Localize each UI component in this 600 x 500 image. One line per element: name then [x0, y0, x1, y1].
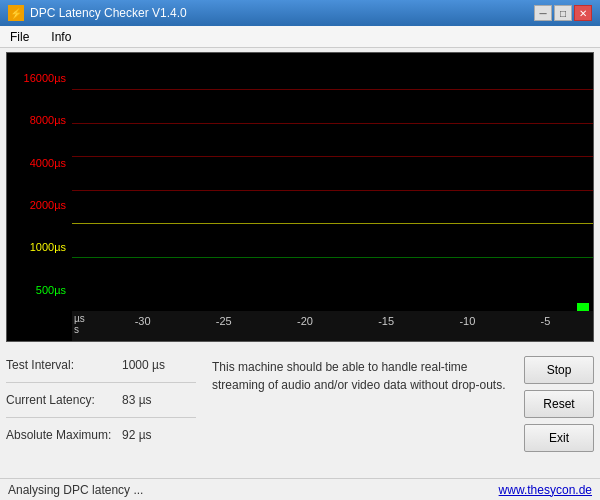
x-axis-unit: µs s	[74, 313, 85, 335]
status-link[interactable]: www.thesycon.de	[499, 483, 592, 497]
y-axis-labels: 16000µs 8000µs 4000µs 2000µs 1000µs 500µ…	[7, 53, 72, 341]
stats-panel: Test Interval: 1000 µs Current Latency: …	[6, 350, 196, 472]
buttons-panel: Stop Reset Exit	[524, 350, 594, 472]
menu-bar: File Info	[0, 26, 600, 48]
grid-line-2	[72, 123, 593, 124]
y-label-1000: 1000µs	[9, 241, 70, 253]
exit-button[interactable]: Exit	[524, 424, 594, 452]
menu-file[interactable]: File	[4, 28, 35, 46]
x-label-minus5: -5	[541, 315, 551, 327]
divider-1	[6, 382, 196, 383]
absolute-maximum-label: Absolute Maximum:	[6, 428, 116, 442]
message-panel: This machine should be able to handle re…	[204, 350, 516, 472]
chart-container: 16000µs 8000µs 4000µs 2000µs 1000µs 500µ…	[6, 52, 594, 342]
x-time-label: s	[74, 324, 85, 335]
title-controls[interactable]: ─ □ ✕	[534, 5, 592, 21]
title-bar: ⚡ DPC Latency Checker V1.4.0 ─ □ ✕	[0, 0, 600, 26]
y-label-500: 500µs	[9, 284, 70, 296]
x-label-minus10: -10	[459, 315, 475, 327]
absolute-maximum-value: 92 µs	[122, 428, 152, 442]
x-axis: µs s -30 -25 -20 -15 -10 -5	[72, 311, 593, 341]
x-label-minus30: -30	[135, 315, 151, 327]
y-label-8000: 8000µs	[9, 114, 70, 126]
stop-button[interactable]: Stop	[524, 356, 594, 384]
x-label-minus15: -15	[378, 315, 394, 327]
y-label-16000: 16000µs	[9, 72, 70, 84]
status-message: This machine should be able to handle re…	[212, 358, 508, 394]
status-bar: Analysing DPC latency ... www.thesycon.d…	[0, 478, 600, 500]
divider-2	[6, 417, 196, 418]
status-text: Analysing DPC latency ...	[8, 483, 143, 497]
grid-line-6	[72, 257, 593, 258]
x-label-minus25: -25	[216, 315, 232, 327]
chart-area	[72, 53, 593, 311]
x-labels: -30 -25 -20 -15 -10 -5	[72, 315, 593, 327]
x-label-minus20: -20	[297, 315, 313, 327]
absolute-maximum-row: Absolute Maximum: 92 µs	[6, 428, 196, 442]
maximize-button[interactable]: □	[554, 5, 572, 21]
current-latency-value: 83 µs	[122, 393, 152, 407]
grid-line-3	[72, 156, 593, 157]
test-interval-row: Test Interval: 1000 µs	[6, 358, 196, 372]
grid-line-5	[72, 223, 593, 224]
current-latency-row: Current Latency: 83 µs	[6, 393, 196, 407]
x-unit-label: µs	[74, 313, 85, 324]
green-bar-indicator	[577, 303, 589, 311]
app-icon: ⚡	[8, 5, 24, 21]
close-button[interactable]: ✕	[574, 5, 592, 21]
test-interval-value: 1000 µs	[122, 358, 165, 372]
grid-line-4	[72, 190, 593, 191]
grid-line-1	[72, 89, 593, 90]
test-interval-label: Test Interval:	[6, 358, 116, 372]
menu-info[interactable]: Info	[45, 28, 77, 46]
y-label-2000: 2000µs	[9, 199, 70, 211]
bottom-panel: Test Interval: 1000 µs Current Latency: …	[0, 346, 600, 476]
reset-button[interactable]: Reset	[524, 390, 594, 418]
minimize-button[interactable]: ─	[534, 5, 552, 21]
current-latency-label: Current Latency:	[6, 393, 116, 407]
y-label-4000: 4000µs	[9, 157, 70, 169]
title-bar-left: ⚡ DPC Latency Checker V1.4.0	[8, 5, 187, 21]
window-title: DPC Latency Checker V1.4.0	[30, 6, 187, 20]
